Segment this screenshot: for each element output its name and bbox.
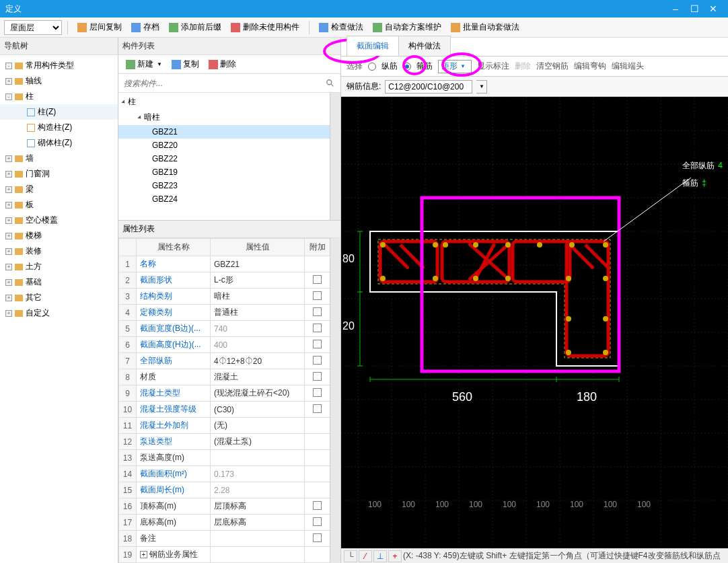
- floor-select[interactable]: 屋面层: [4, 20, 62, 35]
- stirrup-radio[interactable]: [403, 63, 411, 71]
- rebar-input[interactable]: [385, 80, 472, 93]
- long-rebar-radio[interactable]: [368, 63, 376, 71]
- table-row[interactable]: 16顶标高(m)层顶标高: [119, 498, 330, 515]
- add-prefix-button[interactable]: 添加前后缀: [165, 20, 225, 34]
- batch-auto-button[interactable]: 批量自动套做法: [447, 20, 523, 34]
- nav-item[interactable]: +其它: [0, 290, 118, 305]
- rebar-dropdown[interactable]: ▼: [476, 80, 487, 93]
- expand-icon[interactable]: +: [5, 310, 12, 317]
- checkbox[interactable]: [313, 340, 322, 348]
- table-row[interactable]: 1名称GBZ21: [119, 256, 330, 272]
- table-row[interactable]: 12泵送类型(混凝土泵): [119, 434, 330, 450]
- checkbox[interactable]: [313, 404, 322, 413]
- nav-item[interactable]: +装修: [0, 243, 118, 259]
- table-row[interactable]: 4定额类别普通柱: [119, 305, 330, 321]
- delete-button[interactable]: 删除: [205, 57, 240, 71]
- sb-btn-3[interactable]: ⊥: [373, 550, 387, 562]
- checkbox[interactable]: [313, 324, 322, 332]
- minimize-button[interactable]: –: [666, 3, 685, 14]
- new-button[interactable]: 新建▼: [122, 57, 166, 71]
- search-input[interactable]: [121, 76, 338, 91]
- expand-icon[interactable]: +: [5, 186, 12, 193]
- tab-method[interactable]: 构件做法: [398, 36, 451, 56]
- list-item[interactable]: GBZ21: [118, 125, 340, 139]
- expand-icon[interactable]: +: [5, 295, 12, 301]
- table-row[interactable]: 5截面宽度(B边)(...740: [119, 321, 330, 337]
- tab-section-edit[interactable]: 截面编辑: [347, 36, 399, 56]
- list-root[interactable]: 柱: [118, 94, 340, 110]
- nav-item[interactable]: +楼梯: [0, 228, 118, 243]
- delete-unused-button[interactable]: 删除未使用构件: [227, 20, 303, 34]
- edit-hook-button[interactable]: 编辑弯钩: [574, 61, 606, 72]
- canvas[interactable]: 100100100 100100100 100100100 全部纵筋 4 箍筋 …: [341, 97, 728, 563]
- nav-item[interactable]: 砌体柱(Z): [0, 135, 118, 151]
- expand-icon[interactable]: +: [5, 155, 12, 162]
- expand-icon[interactable]: +: [5, 217, 12, 224]
- expand-icon[interactable]: +: [5, 202, 12, 209]
- check-method-button[interactable]: 检查做法: [315, 20, 367, 34]
- nav-item[interactable]: +板: [0, 197, 118, 213]
- list-item[interactable]: GBZ22: [118, 152, 340, 165]
- nav-item[interactable]: +墙: [0, 151, 118, 166]
- expand-icon[interactable]: +: [5, 78, 12, 85]
- checkbox[interactable]: [313, 356, 322, 365]
- copy-button[interactable]: 复制: [168, 57, 203, 71]
- checkbox[interactable]: [313, 533, 322, 542]
- table-row[interactable]: 15截面周长(m)2.28: [119, 482, 330, 498]
- list-item[interactable]: GBZ20: [118, 139, 340, 152]
- clear-rebar-button[interactable]: 清空钢筋: [536, 61, 569, 72]
- table-row[interactable]: 11混凝土外加剂(无): [119, 418, 330, 434]
- table-row[interactable]: 13泵送高度(m): [119, 450, 330, 466]
- archive-button[interactable]: 存档: [127, 20, 163, 34]
- expand-icon[interactable]: +: [5, 279, 12, 286]
- nav-item[interactable]: 柱(Z): [0, 104, 118, 120]
- nav-item[interactable]: -常用构件类型: [0, 58, 118, 73]
- list-item[interactable]: GBZ23: [118, 179, 340, 192]
- sb-btn-2[interactable]: ∕: [359, 550, 372, 562]
- nav-item[interactable]: +空心楼盖: [0, 213, 118, 228]
- table-row[interactable]: 18备注: [119, 531, 330, 547]
- table-row[interactable]: 8材质混凝土: [119, 369, 330, 385]
- nav-item[interactable]: +门窗洞: [0, 166, 118, 182]
- checkbox[interactable]: [313, 388, 322, 397]
- list-sub[interactable]: 暗柱: [118, 110, 340, 125]
- checkbox[interactable]: [313, 275, 322, 284]
- expand-icon[interactable]: +: [5, 248, 12, 255]
- table-row[interactable]: 2截面形状L-c形: [119, 272, 330, 289]
- table-row[interactable]: 14截面面积(m²)0.173: [119, 466, 330, 482]
- list-item[interactable]: GBZ24: [118, 192, 340, 206]
- edit-end-button[interactable]: 编辑端头: [612, 61, 644, 72]
- table-row[interactable]: 10混凝土强度等级(C30): [119, 402, 330, 418]
- auto-scheme-button[interactable]: 自动套方案维护: [369, 20, 445, 34]
- nav-item[interactable]: +轴线: [0, 73, 118, 89]
- expand-icon[interactable]: +: [5, 233, 12, 239]
- table-row[interactable]: 19+钢筋业务属性: [119, 547, 330, 563]
- expand-icon[interactable]: +: [5, 264, 12, 270]
- table-row[interactable]: 3结构类别暗柱: [119, 289, 330, 305]
- expand-icon[interactable]: -: [5, 63, 12, 69]
- nav-item[interactable]: +梁: [0, 182, 118, 197]
- table-row[interactable]: 17底标高(m)层底标高: [119, 515, 330, 531]
- list-item[interactable]: GBZ19: [118, 165, 340, 179]
- sb-btn-1[interactable]: └: [344, 550, 357, 562]
- close-button[interactable]: ✕: [704, 3, 723, 14]
- nav-item[interactable]: 构造柱(Z): [0, 120, 118, 135]
- table-row[interactable]: 7全部纵筋4⏀12+8⏀20: [119, 353, 330, 369]
- checkbox[interactable]: [313, 501, 322, 510]
- nav-item[interactable]: +自定义: [0, 305, 118, 321]
- nav-item[interactable]: +基础: [0, 274, 118, 290]
- show-dim-button[interactable]: 显示标注: [477, 61, 509, 72]
- expand-icon[interactable]: -: [5, 93, 12, 100]
- table-row[interactable]: 6截面高度(H边)(...400: [119, 337, 330, 353]
- expand-icon[interactable]: +: [5, 171, 12, 178]
- checkbox[interactable]: [313, 372, 322, 381]
- copy-floor-button[interactable]: 层间复制: [73, 20, 126, 34]
- nav-item[interactable]: -柱: [0, 89, 118, 104]
- checkbox[interactable]: [313, 307, 322, 316]
- checkbox[interactable]: [313, 517, 322, 526]
- table-row[interactable]: 9混凝土类型(现浇混凝土碎石<20): [119, 385, 330, 402]
- checkbox[interactable]: [313, 291, 322, 300]
- search-icon[interactable]: [326, 79, 335, 88]
- sb-btn-4[interactable]: +: [388, 550, 402, 562]
- shape-select[interactable]: 矩形▼: [438, 60, 472, 73]
